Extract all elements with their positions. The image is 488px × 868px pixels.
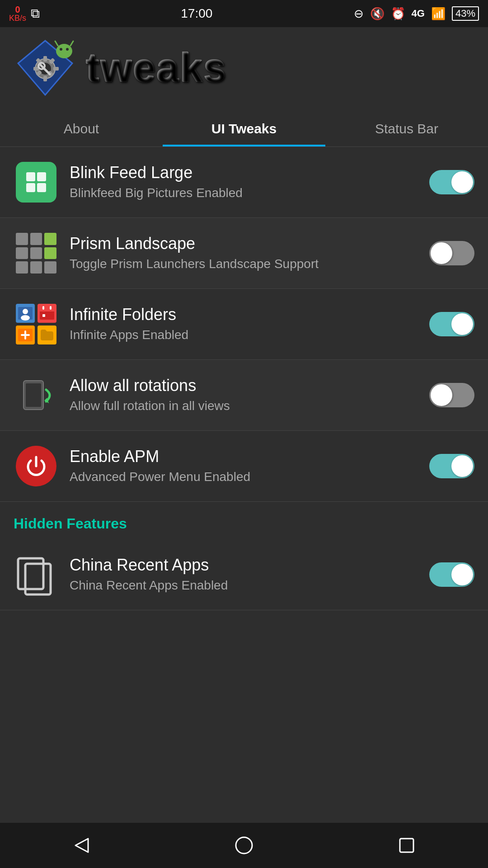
settings-item-enable-apm: Enable APM Advanced Power Menu Enabled [0, 431, 488, 502]
app-logo [14, 36, 77, 99]
settings-item-prism-landscape: Prism Landscape Toggle Prism Launchers L… [0, 218, 488, 289]
tab-ui-tweaks[interactable]: UI Tweaks [163, 108, 325, 146]
svg-rect-18 [26, 172, 35, 181]
prism-landscape-text: Prism Landscape Toggle Prism Launchers L… [70, 234, 418, 272]
nav-home-button[interactable] [226, 827, 262, 863]
infinite-folders-icon [14, 302, 59, 347]
tab-status-bar[interactable]: Status Bar [325, 108, 488, 146]
svg-point-24 [21, 315, 30, 321]
prism-landscape-icon [14, 231, 59, 276]
tab-about[interactable]: About [0, 108, 163, 146]
logo-svg [14, 36, 77, 99]
nav-recents-button[interactable] [389, 827, 425, 863]
recent-apps-icon-svg [14, 552, 59, 597]
settings-item-blink-feed: Blink Feed Large Blinkfeed Big Pictures … [0, 147, 488, 218]
mute-icon: 🔇 [370, 7, 385, 21]
allow-rotations-toggle[interactable] [429, 383, 474, 407]
svg-rect-34 [26, 383, 41, 407]
status-right: ⊖ 🔇 ⏰ 4G 📶 43% [354, 6, 479, 21]
status-kb: 0 KB/s [9, 5, 26, 22]
svg-point-14 [60, 48, 62, 51]
svg-line-16 [55, 41, 58, 46]
status-left: 0 KB/s ⧉ [9, 5, 40, 22]
status-time: 17:00 [181, 6, 212, 21]
enable-apm-toggle[interactable] [429, 454, 474, 478]
prism-landscape-toggle[interactable] [429, 241, 474, 265]
china-recent-text: China Recent Apps China Recent Apps Enab… [70, 556, 418, 594]
nav-back-button[interactable] [63, 827, 99, 863]
svg-point-13 [56, 44, 72, 58]
settings-item-china-recent: China Recent Apps China Recent Apps Enab… [0, 539, 488, 610]
signal-icon: 📶 [431, 7, 446, 21]
hidden-features-header: Hidden Features [0, 502, 488, 539]
svg-rect-41 [400, 839, 413, 852]
svg-rect-28 [50, 306, 52, 310]
settings-item-infinite-folders: Infinite Folders Infinite Apps Enabled [0, 289, 488, 360]
svg-rect-19 [37, 172, 46, 181]
bottom-nav [0, 823, 488, 868]
tab-bar: About UI Tweaks Status Bar [0, 108, 488, 147]
svg-rect-4 [43, 76, 47, 81]
settings-item-allow-rotations: Allow all rotations Allow full rotation … [0, 360, 488, 431]
svg-rect-3 [43, 56, 47, 61]
allow-rotations-icon [14, 373, 59, 418]
blink-feed-icon [14, 160, 59, 205]
battery-icon: 43% [452, 6, 479, 21]
china-recent-toggle[interactable] [429, 562, 474, 587]
svg-rect-29 [42, 314, 45, 317]
blink-feed-text: Blink Feed Large Blinkfeed Big Pictures … [70, 163, 418, 201]
svg-marker-39 [75, 839, 88, 852]
dnd-icon: ⊖ [354, 7, 364, 21]
enable-apm-icon [14, 443, 59, 489]
svg-point-40 [236, 837, 252, 854]
app-header: tweaks [0, 27, 488, 108]
blink-feed-toggle[interactable] [429, 170, 474, 194]
svg-point-23 [23, 309, 28, 314]
svg-rect-26 [40, 308, 54, 311]
svg-line-17 [70, 41, 73, 46]
infinite-folders-toggle[interactable] [429, 312, 474, 336]
rotation-icon-svg [14, 373, 59, 418]
network-4g-icon: 4G [412, 8, 425, 19]
allow-rotations-text: Allow all rotations Allow full rotation … [70, 376, 418, 414]
alarm-icon: ⏰ [391, 7, 405, 21]
svg-rect-6 [53, 67, 59, 71]
infinite-folders-text: Infinite Folders Infinite Apps Enabled [70, 305, 418, 343]
china-recent-icon [14, 552, 59, 597]
status-bar: 0 KB/s ⧉ 17:00 ⊖ 🔇 ⏰ 4G 📶 43% [0, 0, 488, 27]
settings-list: Blink Feed Large Blinkfeed Big Pictures … [0, 147, 488, 610]
enable-apm-text: Enable APM Advanced Power Menu Enabled [70, 447, 418, 485]
svg-rect-27 [42, 306, 44, 310]
svg-point-15 [66, 48, 69, 51]
multiwindow-icon: ⧉ [31, 6, 40, 21]
svg-rect-21 [37, 183, 46, 192]
svg-rect-20 [26, 183, 35, 192]
app-title: tweaks [86, 45, 227, 91]
